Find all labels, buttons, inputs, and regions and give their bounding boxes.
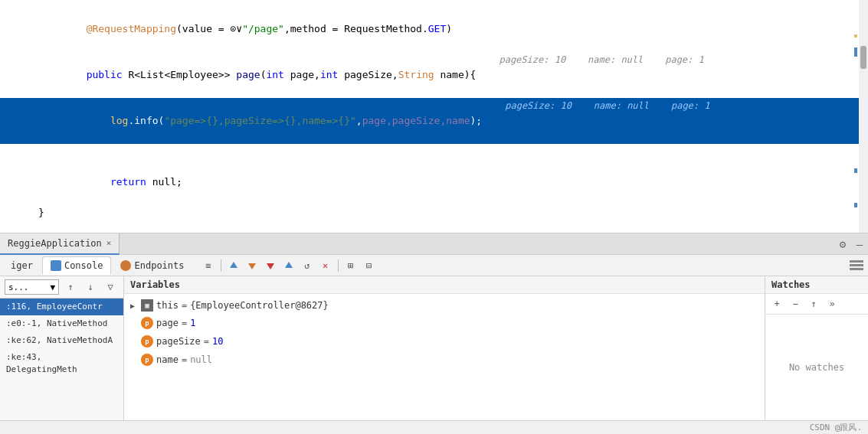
watch-add-btn[interactable]: + <box>768 295 785 312</box>
debug-toolbar: ≡ ↺ ✕ ⊞ ⊟ <box>200 257 378 274</box>
app-tab-close[interactable]: × <box>106 238 112 248</box>
var-pagesize: p pageSize = 10 <box>130 332 758 351</box>
code-line-5: return null; <box>0 159 868 205</box>
this-row[interactable]: ▶ ▦ this = {EmployeeController@8627} <box>130 297 758 314</box>
toolbar-up-alt-btn[interactable] <box>280 257 297 274</box>
this-expand-icon[interactable]: ▶ <box>130 302 141 310</box>
svg-rect-4 <box>850 260 863 263</box>
panel-tabs-bar: iger Console Endpoints ≡ ↺ <box>0 255 868 276</box>
code-lines: @RequestMapping(value = ⊙∨"/page",method… <box>0 0 868 233</box>
panel-body: s... ▼ ↑ ↓ ▽ :116, EmployeeContr :e0:-1,… <box>0 276 868 420</box>
frame-down-btn[interactable]: ↓ <box>82 279 99 295</box>
var-icon-pagesize: p <box>141 335 153 348</box>
tab-endpoints[interactable]: Endpoints <box>113 256 192 275</box>
toolbar-down-btn[interactable] <box>244 257 260 274</box>
frame-up-btn[interactable]: ↑ <box>62 279 79 295</box>
toolbar-grid-btn[interactable]: ⊞ <box>342 257 359 274</box>
code-editor: @RequestMapping(value = ⊙∨"/page",method… <box>0 0 868 233</box>
toolbar-menu-btn[interactable]: ≡ <box>200 257 217 274</box>
frame-item-2[interactable]: :ke:62, NativeMethodA <box>0 332 123 349</box>
tab-debugger[interactable]: iger <box>3 256 41 275</box>
variables-content: ▶ ▦ this = {EmployeeController@8627} p p… <box>124 294 765 420</box>
watch-expand-btn[interactable]: » <box>824 295 840 312</box>
console-icon <box>51 260 61 271</box>
bottom-panel: ReggieApplication × ⚙ — iger Console End… <box>0 233 868 434</box>
app-tab-name: ReggieApplication <box>8 238 102 249</box>
dropdown-arrow: ▼ <box>50 282 55 292</box>
var-icon-page: p <box>141 317 153 329</box>
this-icon: ▦ <box>141 299 153 312</box>
variables-header: Variables <box>124 276 765 294</box>
scrollbar-thumb[interactable] <box>860 46 866 69</box>
frames-dropdown[interactable]: s... ▼ <box>5 279 59 295</box>
app-tab[interactable]: ReggieApplication × <box>0 233 120 255</box>
gutter-mark-yellow <box>854 34 857 38</box>
svg-marker-3 <box>285 262 293 268</box>
status-bar: CSDN @跟风. <box>0 420 868 434</box>
code-line-7 <box>0 220 868 233</box>
svg-rect-6 <box>850 268 863 270</box>
layout-button[interactable] <box>848 257 865 274</box>
inline-values-line2: pageSize: 10 name: null page: 1 <box>499 52 703 98</box>
toolbar-down-red-btn[interactable] <box>262 257 279 274</box>
no-watches-label: No watches <box>789 362 844 373</box>
frame-filter-btn[interactable]: ▽ <box>102 279 119 295</box>
frame-item-3[interactable]: :ke:43, DelegatingMeth <box>0 349 123 378</box>
watches-panel: Watches + − ↑ » No watches <box>765 276 868 420</box>
endpoints-icon <box>120 260 131 271</box>
tab-console[interactable]: Console <box>42 256 112 275</box>
code-line-4 <box>0 144 868 159</box>
minimize-button[interactable]: — <box>851 236 868 253</box>
frame-item-0[interactable]: :116, EmployeeContr <box>0 299 123 315</box>
inline-values-line3: pageSize: 10 name: null page: 1 <box>505 98 709 144</box>
toolbar-refresh-btn[interactable]: ↺ <box>299 257 316 274</box>
gutter-mark-blue <box>854 47 857 57</box>
code-line-6: } <box>0 205 868 220</box>
var-page: p page = 1 <box>130 314 758 332</box>
toolbar-sep-2 <box>338 259 339 272</box>
code-line-2: public R<List<Employee>> page(int page,i… <box>0 52 868 98</box>
watches-toolbar: + − ↑ » <box>765 294 868 315</box>
svg-marker-1 <box>248 263 256 269</box>
toolbar-stop-btn[interactable]: ✕ <box>317 257 334 274</box>
toolbar-up-btn[interactable] <box>225 257 242 274</box>
frames-panel: s... ▼ ↑ ↓ ▽ :116, EmployeeContr :e0:-1,… <box>0 276 124 420</box>
watches-header: Watches <box>765 276 868 294</box>
toolbar-sep-1 <box>221 259 221 272</box>
gutter-mark-blue-2 <box>854 168 857 173</box>
editor-gutter <box>854 0 857 233</box>
gear-button[interactable]: ⚙ <box>834 236 851 253</box>
app-tab-bar: ReggieApplication × ⚙ — <box>0 233 868 255</box>
code-line-3: log.info("page=>{},pageSize=>{},name=>{}… <box>0 98 868 144</box>
frame-item-1[interactable]: :e0:-1, NativeMethod <box>0 315 123 332</box>
watch-up-btn[interactable]: ↑ <box>805 295 822 312</box>
svg-rect-5 <box>850 264 863 266</box>
code-line-1: @RequestMapping(value = ⊙∨"/page",method… <box>0 6 868 52</box>
svg-marker-2 <box>267 263 274 269</box>
variables-panel: Variables ▶ ▦ this = {EmployeeController… <box>124 276 765 420</box>
svg-marker-0 <box>230 262 237 268</box>
var-icon-name: p <box>141 354 153 366</box>
watches-content: No watches <box>765 315 868 420</box>
var-name: p name = null <box>130 351 758 369</box>
gutter-mark-blue-3 <box>854 203 857 207</box>
status-text: CSDN @跟风. <box>810 422 862 433</box>
toolbar-cols-btn[interactable]: ⊟ <box>361 257 378 274</box>
watch-remove-btn[interactable]: − <box>787 295 804 312</box>
editor-scrollbar[interactable] <box>859 0 868 233</box>
frames-toolbar: s... ▼ ↑ ↓ ▽ <box>0 276 123 299</box>
